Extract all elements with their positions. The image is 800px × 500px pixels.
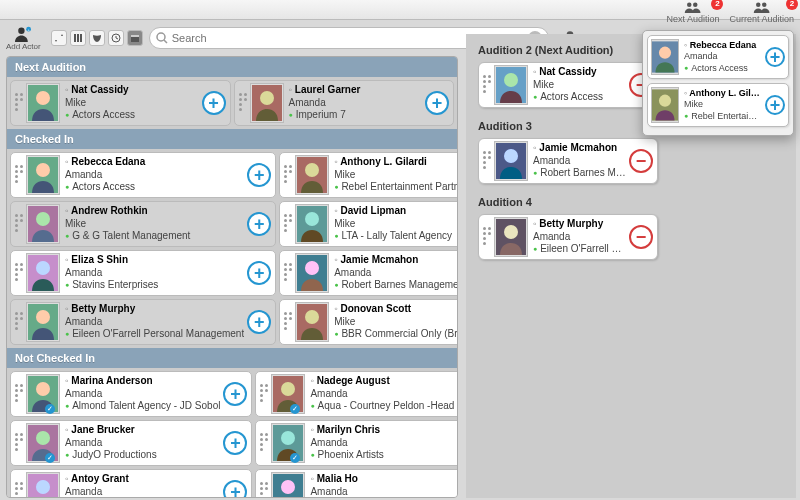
add-button[interactable]	[765, 95, 785, 115]
svg-point-30	[305, 261, 319, 275]
drag-handle-icon[interactable]	[284, 165, 292, 185]
actor-agency: Almond Talent Agency - JD Sobol	[65, 400, 220, 413]
svg-rect-8	[77, 34, 79, 42]
actor-name: Nat Cassidy	[65, 84, 199, 97]
actor-reader: Mike	[65, 97, 199, 110]
add-button[interactable]	[223, 382, 247, 406]
popover-card[interactable]: Rebecca Edana Amanda Actors Access	[647, 35, 789, 79]
actor-agency: Actors Access	[533, 91, 626, 104]
svg-point-54	[504, 149, 518, 163]
add-button[interactable]	[425, 91, 449, 115]
actor-reader: Amanda	[65, 169, 244, 182]
add-button[interactable]	[765, 47, 785, 67]
remove-button[interactable]	[629, 225, 653, 249]
svg-point-0	[687, 3, 692, 8]
actor-reader: Mike	[334, 218, 458, 231]
drag-handle-icon[interactable]	[483, 151, 491, 171]
actor-card[interactable]: ✓ Marilyn Chris Amanda Phoenix Artists	[255, 420, 458, 466]
drag-handle-icon[interactable]	[284, 214, 292, 234]
add-button[interactable]	[223, 431, 247, 455]
add-actor-button[interactable]: + Add Actor	[6, 26, 41, 51]
add-button[interactable]	[202, 91, 226, 115]
actor-list-panel[interactable]: Next Audition Nat Cassidy Mike Actors Ac…	[6, 56, 458, 498]
actor-name: Antoy Grant	[65, 473, 220, 486]
drag-handle-icon[interactable]	[15, 384, 23, 404]
drag-handle-icon[interactable]	[15, 214, 23, 234]
actor-name: Eliza S Shin	[65, 254, 244, 267]
actor-card[interactable]: Andrew Rothkin Mike G & G Talent Managem…	[10, 201, 276, 247]
avatar	[271, 472, 305, 498]
remove-button[interactable]	[629, 149, 653, 173]
add-button[interactable]	[223, 480, 247, 498]
drag-handle-icon[interactable]	[260, 384, 268, 404]
actor-reader: Mike	[334, 316, 458, 329]
drag-handle-icon[interactable]	[15, 165, 23, 185]
actor-card[interactable]: ✓ Nadege August Amanda Aqua - Courtney P…	[255, 371, 458, 417]
calendar-icon[interactable]	[127, 30, 143, 46]
actor-card[interactable]: Eliza S Shin Amanda Stavins Enterprises	[10, 250, 276, 296]
popover-card[interactable]: Anthony L. Gilardi Mike Rebel Entertainm…	[647, 83, 789, 127]
drag-handle-icon[interactable]	[15, 312, 23, 332]
sort-icon[interactable]	[51, 30, 67, 46]
actor-card[interactable]: Anthony L. Gilardi Mike Rebel Entertainm…	[279, 152, 458, 198]
add-button[interactable]	[247, 261, 271, 285]
drag-handle-icon[interactable]	[483, 227, 491, 247]
actor-agency: Stavins Enterprises	[65, 279, 244, 292]
drag-handle-icon[interactable]	[284, 312, 292, 332]
drag-handle-icon[interactable]	[260, 433, 268, 453]
drag-handle-icon[interactable]	[284, 263, 292, 283]
actor-agency: Imperium 7	[289, 109, 423, 122]
add-actor-label: Add Actor	[6, 42, 41, 51]
avatar	[271, 423, 305, 463]
svg-point-24	[36, 212, 50, 226]
actor-agency: Aqua - Courtney Peldon -Head of The…	[310, 400, 458, 413]
drag-handle-icon[interactable]	[483, 75, 491, 95]
actor-card[interactable]: ✓ Jane Brucker Amanda JudyO Productions	[10, 420, 252, 466]
actor-name: Rebecca Edana	[65, 156, 244, 169]
section-header-checked-in: Checked In	[7, 129, 457, 149]
actor-agency: Rebel Entertainment Partners/Hosts	[334, 181, 458, 194]
avatar	[494, 141, 528, 181]
svg-point-1	[693, 3, 698, 8]
add-button[interactable]	[247, 310, 271, 334]
clock-icon[interactable]	[108, 30, 124, 46]
svg-point-46	[281, 480, 295, 494]
actor-card[interactable]: Betty Murphy Amanda Eileen O'Farrell Per…	[10, 299, 276, 345]
actor-card[interactable]: Donovan Scott Mike BBR Commercial Only (…	[279, 299, 458, 345]
drag-handle-icon[interactable]	[260, 482, 268, 498]
audition-3-card[interactable]: Jamie Mcmahon Amanda Robert Barnes Ma…	[478, 138, 658, 184]
drag-handle-icon[interactable]	[15, 263, 23, 283]
actor-card[interactable]: Rebecca Edana Amanda Actors Access	[10, 152, 276, 198]
actor-card[interactable]: David Lipman Mike LTA - Lally Talent Age…	[279, 201, 458, 247]
svg-point-56	[504, 225, 518, 239]
avatar	[651, 39, 679, 75]
drag-handle-icon[interactable]	[15, 482, 23, 498]
drag-handle-icon[interactable]	[15, 93, 23, 113]
actor-card[interactable]: Jamie Mcmahon Amanda Robert Barnes Manag…	[279, 250, 458, 296]
drag-handle-icon[interactable]	[239, 93, 247, 113]
actor-name: Marilyn Chris	[310, 424, 458, 437]
actor-card[interactable]: ✓ Malia Ho Amanda Daniel Hoff Agency - C…	[255, 469, 458, 498]
svg-point-28	[36, 261, 50, 275]
actor-name: Malia Ho	[310, 473, 458, 486]
actor-card[interactable]: Laurel Garner Amanda Imperium 7	[234, 80, 455, 126]
svg-point-2	[756, 3, 761, 8]
actor-agency: Actors Access	[684, 63, 762, 74]
actor-agency: Eileen O'Farrell Personal Management	[65, 328, 244, 341]
actor-card[interactable]: Nat Cassidy Mike Actors Access	[10, 80, 231, 126]
actor-reader: Amanda	[289, 97, 423, 110]
audition-2-card[interactable]: Nat Cassidy Mike Actors Access	[478, 62, 658, 108]
actor-agency: Robert Barnes Management & Consulting	[334, 279, 458, 292]
add-button[interactable]	[247, 163, 271, 187]
filter-icon[interactable]	[70, 30, 86, 46]
mask-icon[interactable]	[89, 30, 105, 46]
actor-agency: Eileen O'Farrell Pe…	[533, 243, 626, 256]
svg-point-42	[281, 431, 295, 445]
add-button[interactable]	[247, 212, 271, 236]
svg-point-16	[36, 91, 50, 105]
actor-card[interactable]: ✓ Marina Anderson Amanda Almond Talent A…	[10, 371, 252, 417]
audition-4-card[interactable]: Betty Murphy Amanda Eileen O'Farrell Pe…	[478, 214, 658, 260]
actor-name: Jamie Mcmahon	[533, 142, 626, 155]
drag-handle-icon[interactable]	[15, 433, 23, 453]
actor-card[interactable]: ✓ Antoy Grant Amanda MGM Talent Manageme…	[10, 469, 252, 498]
